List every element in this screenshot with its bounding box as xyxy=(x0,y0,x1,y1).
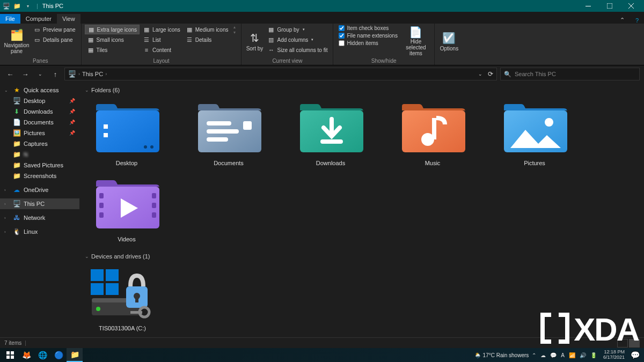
folder-icon[interactable]: 📁 xyxy=(13,2,21,10)
taskbar-firefox[interactable]: 🦊 xyxy=(18,348,34,362)
extra-large-icons-icon: ▦ xyxy=(87,26,95,33)
svg-rect-12 xyxy=(207,137,228,142)
svg-point-33 xyxy=(96,307,100,311)
qat-dropdown-icon[interactable]: ▾ xyxy=(24,2,32,10)
breadcrumb-this-pc[interactable]: This PC xyxy=(82,71,103,77)
folder-music[interactable]: Music xyxy=(395,101,470,166)
tab-file[interactable]: File xyxy=(0,14,20,24)
pc-icon: 🖥️ xyxy=(68,70,76,78)
refresh-button[interactable]: ⟳ xyxy=(488,70,493,78)
sidebar-n[interactable]: 📁N xyxy=(0,149,79,160)
desktop-folder-icon xyxy=(92,101,162,154)
sidebar-onedrive[interactable]: ›☁OneDrive xyxy=(0,184,79,195)
chevron-right-icon: › xyxy=(4,216,10,220)
taskbar-edge-canary[interactable]: 🌐 xyxy=(34,348,50,362)
tray-battery-icon[interactable]: 🔋 xyxy=(590,352,597,358)
sidebar-captures[interactable]: 📁Captures xyxy=(0,138,79,149)
tray-onedrive-icon[interactable]: ☁ xyxy=(540,352,546,358)
taskbar-edge[interactable]: 🔵 xyxy=(50,348,67,362)
sidebar-pictures[interactable]: 🖼️Pictures📌 xyxy=(0,128,79,138)
small-icons-icon: ▦ xyxy=(87,36,94,43)
layout-list-button[interactable]: ☰List xyxy=(141,35,182,45)
sidebar-quick-access[interactable]: ⌄★Quick access xyxy=(0,85,79,95)
sidebar-saved-pictures[interactable]: 📁Saved Pictures xyxy=(0,160,79,171)
folder-desktop[interactable]: Desktop xyxy=(89,101,164,166)
address-bar[interactable]: 🖥️ › This PC › ⌄ ⟳ xyxy=(64,68,497,80)
svg-rect-36 xyxy=(135,296,138,302)
folders-section-header[interactable]: ⌄ Folders (6) xyxy=(85,85,639,95)
hide-selected-icon: 📄 xyxy=(409,26,422,39)
large-icons-icon: ▦ xyxy=(143,26,150,33)
layout-tiles-button[interactable]: ▦Tiles xyxy=(85,45,140,55)
sidebar-screenshots[interactable]: 📁Screenshots xyxy=(0,171,79,181)
sidebar-linux[interactable]: ›🐧Linux xyxy=(0,226,79,237)
maximize-button[interactable] xyxy=(599,0,620,12)
hide-selected-button[interactable]: 📄 Hide selected items xyxy=(401,25,431,57)
ribbon-group-layout: ▦Extra large icons ▦Small icons ▦Tiles ▦… xyxy=(82,24,242,65)
sidebar-this-pc[interactable]: ›🖥️This PC xyxy=(0,198,79,209)
size-columns-button[interactable]: ↔Size all columns to fit xyxy=(265,45,330,55)
taskbar-file-explorer[interactable]: 📁 xyxy=(67,348,83,362)
layout-details-button[interactable]: ☰Details xyxy=(184,35,231,45)
pictures-folder-icon xyxy=(500,101,569,154)
tray-meet-icon[interactable]: 💬 xyxy=(550,352,557,358)
tray-volume-icon[interactable]: 🔊 xyxy=(580,352,586,358)
taskbar-weather[interactable]: 🌦️ 17°C Rain showers xyxy=(474,352,529,358)
sidebar-network[interactable]: ›🖧Network xyxy=(0,212,79,223)
sidebar-desktop[interactable]: 🖥️Desktop📌 xyxy=(0,95,79,106)
start-button[interactable] xyxy=(2,348,18,362)
group-by-button[interactable]: ▦Group by▾ xyxy=(265,25,330,34)
search-box[interactable]: 🔍 Search This PC xyxy=(500,68,640,80)
hidden-items-checkbox[interactable]: Hidden items xyxy=(336,40,400,47)
details-pane-button[interactable]: ▭Details pane xyxy=(31,35,78,45)
svg-rect-11 xyxy=(207,129,239,134)
tab-view[interactable]: View xyxy=(57,14,80,24)
layout-small-button[interactable]: ▦Small icons xyxy=(85,35,140,45)
main-area: ⌄★Quick access 🖥️Desktop📌 ⬇Downloads📌 📄D… xyxy=(0,83,644,351)
tab-computer[interactable]: Computer xyxy=(20,14,57,24)
address-dropdown-icon[interactable]: ⌄ xyxy=(478,71,482,77)
up-button[interactable]: ↑ xyxy=(49,68,61,80)
add-columns-button[interactable]: ▥Add columns▾ xyxy=(265,35,330,45)
folder-icon: 📁 xyxy=(13,172,20,180)
item-check-boxes-checkbox[interactable]: Item check boxes xyxy=(336,25,400,32)
folder-pictures[interactable]: Pictures xyxy=(497,101,572,166)
taskbar-notifications[interactable]: 💬 xyxy=(628,348,642,362)
navigation-pane-button[interactable]: 🗂️ Navigation pane xyxy=(3,25,30,57)
help-icon[interactable]: ? xyxy=(630,17,644,24)
forward-button[interactable]: → xyxy=(19,68,31,80)
taskbar-clock[interactable]: 12:18 PM 6/17/2021 xyxy=(600,350,628,360)
drive-c[interactable]: TIS0031300A (C:) xyxy=(85,266,160,331)
minimize-button[interactable] xyxy=(577,0,599,12)
tray-chevron-icon[interactable]: ⌃ xyxy=(532,352,536,358)
layout-extra-large-button[interactable]: ▦Extra large icons xyxy=(85,25,140,34)
star-icon: ★ xyxy=(13,86,20,94)
preview-pane-button[interactable]: ▭Preview pane xyxy=(31,25,78,34)
tray-wifi-icon[interactable]: 📶 xyxy=(569,352,575,358)
sort-by-button[interactable]: ⇅ Sort by xyxy=(245,25,264,57)
layout-content-button[interactable]: ≡Content xyxy=(141,45,182,55)
close-button[interactable] xyxy=(620,0,642,12)
folder-downloads[interactable]: Downloads xyxy=(293,101,368,166)
desktop-icon: 🖥️ xyxy=(13,97,20,105)
back-button[interactable]: ← xyxy=(4,68,16,80)
ribbon-group-current-view: ⇅ Sort by ▦Group by▾ ▥Add columns▾ ↔Size… xyxy=(241,24,333,65)
drive-c-icon xyxy=(87,266,157,320)
folder-documents[interactable]: Documents xyxy=(191,101,266,166)
recent-dropdown-button[interactable]: ⌄ xyxy=(34,68,46,80)
tray-language-icon[interactable]: A xyxy=(561,352,565,358)
chevron-right-icon: › xyxy=(78,71,80,77)
options-button[interactable]: ☑️ Options xyxy=(438,25,460,57)
sidebar-documents[interactable]: 📄Documents📌 xyxy=(0,117,79,128)
file-extensions-checkbox[interactable]: File name extensions xyxy=(336,32,400,39)
view-large-button[interactable] xyxy=(629,339,640,348)
drives-section-header[interactable]: ⌄ Devices and drives (1) xyxy=(85,251,639,262)
ribbon-group-panes: 🗂️ Navigation pane ▭Preview pane ▭Detail… xyxy=(0,24,82,65)
sidebar-downloads[interactable]: ⬇Downloads📌 xyxy=(0,106,79,117)
folder-videos[interactable]: Videos xyxy=(89,177,164,242)
view-details-button[interactable] xyxy=(617,339,628,348)
layout-large-button[interactable]: ▦Large icons xyxy=(141,25,182,34)
layout-medium-button[interactable]: ▦Medium icons xyxy=(184,25,231,34)
ribbon-collapse-icon[interactable]: ⌃ xyxy=(614,17,630,24)
sort-icon: ⇅ xyxy=(250,31,259,46)
